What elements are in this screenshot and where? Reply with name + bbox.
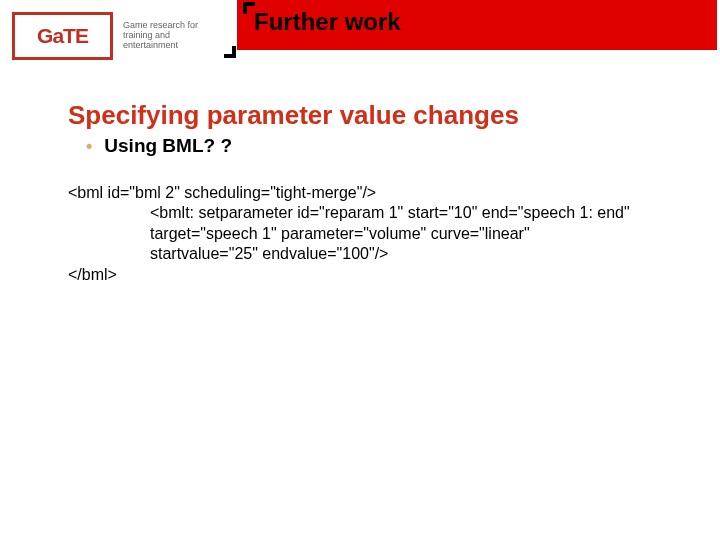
banner-title: Further work: [254, 8, 401, 36]
slide-header: GaTE Game research for training and ente…: [0, 0, 720, 70]
code-line-2: <bmlt: setparameter id="reparam 1" start…: [68, 203, 688, 223]
corner-decoration-br: [224, 46, 236, 58]
section-title: Specifying parameter value changes: [68, 100, 688, 131]
code-block: <bml id="bml 2" scheduling="tight-merge"…: [68, 183, 688, 285]
code-line-5: </bml>: [68, 265, 688, 285]
logo-tagline: Game research for training and entertain…: [123, 21, 203, 51]
logo-area: GaTE Game research for training and ente…: [12, 12, 203, 60]
logo-box: GaTE: [12, 12, 113, 60]
slide-content: Specifying parameter value changes • Usi…: [68, 100, 688, 285]
logo-text: GaTE: [37, 24, 88, 48]
bullet-text: Using BML? ?: [104, 135, 232, 157]
code-line-1: <bml id="bml 2" scheduling="tight-merge"…: [68, 183, 688, 203]
bullet-item: • Using BML? ?: [86, 135, 688, 157]
code-line-4: startvalue="25" endvalue="100"/>: [68, 244, 688, 264]
bullet-dot-icon: •: [86, 137, 92, 155]
code-line-3: target="speech 1" parameter="volume" cur…: [68, 224, 688, 244]
